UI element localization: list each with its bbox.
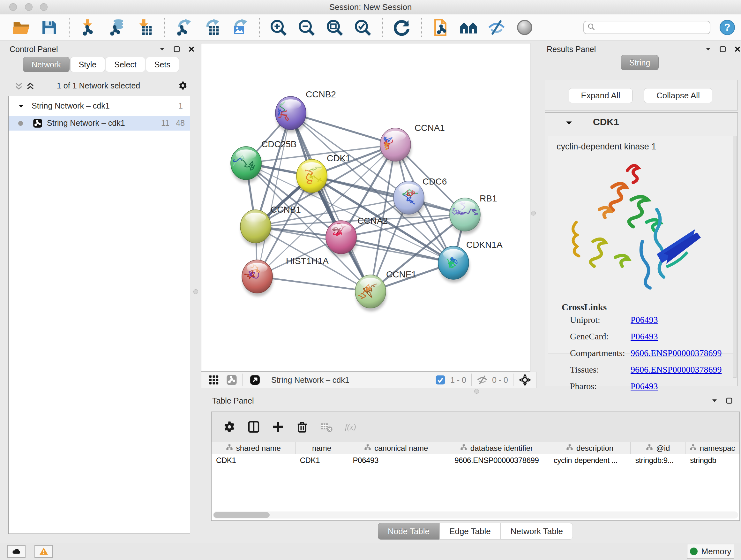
- collapse-all-icon[interactable]: [14, 82, 23, 92]
- entry-expander-icon[interactable]: [565, 119, 573, 129]
- fit-selected-crosshair-icon[interactable]: [519, 374, 531, 386]
- tab-edge-table[interactable]: Edge Table: [440, 523, 501, 540]
- warning-button[interactable]: [35, 545, 53, 558]
- tab-style[interactable]: Style: [70, 57, 105, 72]
- crosslink-link[interactable]: 9606.ENSP00000378699: [630, 365, 722, 374]
- selected-checkbox-icon[interactable]: [435, 374, 446, 385]
- edge-CCNA2-CDKN1A[interactable]: [341, 237, 454, 263]
- string-home-button[interactable]: [460, 18, 477, 37]
- tab-node-table[interactable]: Node Table: [378, 523, 440, 540]
- hidden-eye-icon[interactable]: [477, 374, 488, 385]
- open-session-button[interactable]: [12, 18, 30, 37]
- export-table-button[interactable]: [202, 18, 220, 37]
- tab-sets[interactable]: Sets: [146, 57, 179, 72]
- help-button[interactable]: ?: [719, 19, 735, 36]
- column-header-canonical-name[interactable]: canonical name: [348, 442, 444, 454]
- export-image-button[interactable]: [230, 18, 248, 37]
- column-header-shared-name[interactable]: shared name: [212, 442, 295, 454]
- panel-menu-icon[interactable]: [158, 45, 166, 54]
- show-graphics-details-button[interactable]: [516, 18, 534, 37]
- open-view-in-window-icon[interactable]: [250, 374, 260, 385]
- node-HIST1H1A[interactable]: HIST1H1A: [238, 256, 329, 296]
- import-network-database-button[interactable]: [107, 18, 125, 37]
- node-CCNA2[interactable]: CCNA2: [326, 216, 388, 257]
- column-header--id[interactable]: @id: [630, 442, 685, 454]
- left-splitter-handle[interactable]: [193, 289, 198, 294]
- collection-expander-icon[interactable]: [17, 103, 24, 110]
- node-CCNA1[interactable]: CCNA1: [380, 123, 445, 165]
- gene-entry-header[interactable]: CDK1: [545, 113, 738, 134]
- crosslink-link[interactable]: 9606.ENSP00000378699: [630, 348, 722, 358]
- network-row-selected[interactable]: String Network – cdk1 11 48: [9, 116, 190, 131]
- results-scrollbar[interactable]: [733, 136, 737, 378]
- bottom-splitter-handle[interactable]: [474, 389, 479, 394]
- table-cell[interactable]: stringdb:9...: [630, 454, 685, 466]
- table-mode-gear-button[interactable]: [223, 421, 236, 433]
- control-panel-title: Control Panel: [10, 45, 58, 54]
- table-header-row[interactable]: shared namenamecanonical namedatabase id…: [212, 442, 739, 455]
- search-box[interactable]: [583, 21, 711, 34]
- memory-button[interactable]: Memory: [687, 544, 734, 559]
- panel-menu-icon[interactable]: [704, 45, 712, 54]
- table-row[interactable]: CDK1CDK1P064939606.ENSP00000378699cyclin…: [212, 454, 739, 466]
- expand-all-icon[interactable]: [25, 82, 35, 92]
- table-cell[interactable]: stringdb: [685, 454, 739, 466]
- new-network-from-selection-button[interactable]: [431, 18, 449, 37]
- collapse-all-button[interactable]: Collapse All: [644, 88, 712, 103]
- import-table-file-button[interactable]: [135, 18, 153, 37]
- table-cell[interactable]: CDK1: [295, 454, 348, 466]
- export-network-button[interactable]: [174, 18, 192, 37]
- crosslink-link[interactable]: P06493: [630, 331, 658, 341]
- table-cell[interactable]: 9606.ENSP00000378699: [444, 454, 549, 466]
- edge-HIST1H1A-CCNE1[interactable]: [257, 276, 370, 292]
- zoom-selected-button[interactable]: [354, 18, 372, 37]
- create-column-icon: [272, 429, 284, 434]
- column-header-name[interactable]: name: [295, 442, 348, 454]
- expand-all-button[interactable]: Expand All: [569, 88, 632, 103]
- panel-float-icon[interactable]: [173, 45, 181, 54]
- panel-close-icon[interactable]: [188, 45, 195, 54]
- create-column-button[interactable]: [272, 421, 284, 433]
- node-CDKN1A[interactable]: CDKN1A: [438, 240, 502, 283]
- show-hide-columns-button[interactable]: [247, 421, 260, 433]
- node-CCNB1[interactable]: CCNB1: [240, 205, 301, 246]
- panel-float-icon[interactable]: [725, 397, 733, 406]
- zoom-out-button[interactable]: [297, 18, 315, 37]
- tab-string[interactable]: String: [621, 55, 659, 70]
- column-header-description[interactable]: description: [549, 442, 631, 454]
- table-cell[interactable]: P06493: [348, 454, 444, 466]
- zoom-in-button[interactable]: [269, 18, 287, 37]
- crosslink-link[interactable]: P06493: [630, 315, 658, 325]
- delete-columns-button[interactable]: [296, 421, 309, 433]
- apply-preferred-layout-button[interactable]: [393, 18, 410, 37]
- panel-menu-icon[interactable]: [711, 397, 718, 406]
- save-session-button[interactable]: [40, 18, 58, 37]
- column-header-database-identifier[interactable]: database identifier: [444, 442, 549, 454]
- network-options-gear-icon[interactable]: [178, 81, 189, 91]
- panel-close-icon[interactable]: [734, 45, 741, 54]
- network-collection-row[interactable]: String Network – cdk1 1: [9, 99, 190, 113]
- hide-selected-button[interactable]: [488, 18, 506, 37]
- column-header-namespac[interactable]: namespac: [685, 442, 739, 454]
- cloud-button[interactable]: [7, 545, 25, 558]
- table-cell[interactable]: CDK1: [212, 454, 295, 466]
- node-CDC6[interactable]: CDC6: [394, 177, 447, 217]
- tab-select[interactable]: Select: [106, 57, 145, 72]
- network-canvas[interactable]: CCNB2 CCNA1 CDC25B CDK1 CDC6: [201, 43, 530, 372]
- zoom-fit-button[interactable]: [326, 18, 343, 37]
- table-cell[interactable]: cyclin-dependent ...: [549, 454, 631, 466]
- crosslink-value: P06493: [630, 315, 658, 325]
- birdseye-view-icon[interactable]: [208, 374, 219, 385]
- node-CCNE1[interactable]: CCNE1: [355, 269, 416, 311]
- search-input[interactable]: [598, 23, 710, 32]
- right-splitter-handle[interactable]: [531, 211, 536, 215]
- crosslink-link[interactable]: P06493: [630, 381, 658, 391]
- panel-float-icon[interactable]: [719, 45, 727, 54]
- tab-network-table[interactable]: Network Table: [501, 523, 573, 540]
- tab-network[interactable]: Network: [23, 57, 70, 72]
- node-CDK1[interactable]: CDK1: [296, 153, 351, 196]
- node-RB1[interactable]: RB1: [449, 193, 497, 234]
- string-share-icon[interactable]: [226, 374, 237, 385]
- import-network-file-button[interactable]: [79, 18, 97, 37]
- table-horizontal-scrollbar[interactable]: [213, 511, 738, 518]
